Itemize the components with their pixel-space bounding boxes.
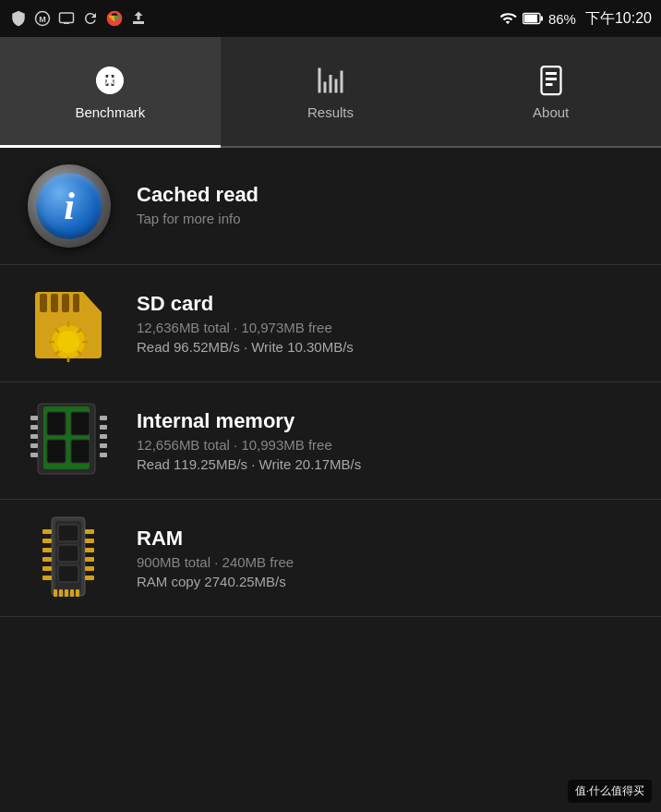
svg-rect-54 <box>76 589 79 597</box>
benchmark-icon <box>93 64 126 97</box>
tab-about-label: About <box>533 104 569 120</box>
svg-rect-66 <box>85 576 94 580</box>
svg-rect-7 <box>524 15 537 22</box>
internal-memory-text: Internal memory 12,656MB total · 10,993M… <box>137 409 643 472</box>
svg-rect-61 <box>85 529 94 534</box>
watermark: 值·什么值得买 <box>568 780 652 803</box>
svg-rect-48 <box>58 545 78 562</box>
about-icon <box>535 64 568 97</box>
svg-rect-47 <box>58 525 78 541</box>
time-display: 下午10:20 <box>585 9 652 29</box>
svg-rect-49 <box>58 565 78 582</box>
svg-rect-57 <box>42 548 52 552</box>
svg-rect-55 <box>42 529 52 534</box>
svg-rect-33 <box>47 440 66 463</box>
sd-card-icon-wrap <box>18 282 120 365</box>
ram-title: RAM <box>137 527 643 551</box>
wifi-icon <box>499 10 517 27</box>
svg-rect-59 <box>42 566 52 571</box>
svg-point-20 <box>57 331 79 353</box>
svg-rect-32 <box>71 412 90 435</box>
shield-icon <box>9 9 28 28</box>
internal-memory-icon-wrap <box>18 399 120 482</box>
svg-rect-18 <box>73 294 79 312</box>
svg-rect-64 <box>85 557 94 562</box>
svg-rect-38 <box>30 443 38 448</box>
svg-rect-50 <box>54 589 57 597</box>
internal-memory-subtitle: 12,656MB total · 10,993MB free <box>137 437 643 453</box>
svg-rect-65 <box>85 566 94 571</box>
svg-rect-36 <box>30 425 38 430</box>
svg-rect-3 <box>64 23 69 25</box>
svg-rect-56 <box>42 539 52 543</box>
svg-rect-17 <box>62 294 69 312</box>
sd-card-subtitle: 12,636MB total · 10,973MB free <box>137 320 643 335</box>
tab-bar: Benchmark Results About <box>0 37 661 148</box>
svg-rect-41 <box>100 425 107 430</box>
battery-percent: 86% <box>548 11 576 27</box>
cached-read-subtitle: Tap for more info <box>137 211 643 226</box>
battery-icon <box>523 12 543 25</box>
svg-rect-53 <box>70 589 74 597</box>
svg-rect-16 <box>51 294 58 312</box>
svg-rect-58 <box>42 557 52 562</box>
svg-rect-12 <box>546 83 553 86</box>
ram-detail: RAM copy 2740.25MB/s <box>137 574 643 589</box>
sd-card-title: SD card <box>137 292 643 316</box>
sd-card-icon <box>30 283 109 364</box>
tab-benchmark-label: Benchmark <box>75 104 145 120</box>
motorola-icon: M <box>33 9 52 28</box>
ram-text: RAM 900MB total · 240MB free RAM copy 27… <box>137 527 643 589</box>
svg-rect-51 <box>59 589 63 597</box>
ram-icon-wrap <box>18 516 120 600</box>
internal-memory-detail: Read 119.25MB/s · Write 20.17MB/s <box>137 456 643 472</box>
svg-rect-35 <box>30 416 38 420</box>
svg-rect-52 <box>65 589 68 597</box>
sd-card-item[interactable]: SD card 12,636MB total · 10,973MB free R… <box>0 265 661 382</box>
internal-memory-item[interactable]: Internal memory 12,656MB total · 10,993M… <box>0 382 661 500</box>
svg-rect-6 <box>540 16 543 20</box>
svg-rect-60 <box>42 576 52 580</box>
sd-card-detail: Read 96.52MB/s · Write 10.30MB/s <box>137 339 643 355</box>
internal-memory-title: Internal memory <box>137 409 643 433</box>
svg-rect-62 <box>85 539 94 543</box>
internal-memory-icon <box>30 399 109 482</box>
status-icons-left: M <box>9 9 148 28</box>
chrome-icon <box>105 9 124 28</box>
svg-rect-10 <box>546 72 557 75</box>
info-icon: i <box>28 164 111 248</box>
cached-read-item[interactable]: i Cached read Tap for more info <box>0 148 661 265</box>
svg-rect-37 <box>30 434 38 439</box>
ram-icon <box>33 515 105 600</box>
sd-card-text: SD card 12,636MB total · 10,973MB free R… <box>137 292 643 355</box>
svg-rect-63 <box>85 548 94 552</box>
tab-results[interactable]: Results <box>221 37 441 146</box>
svg-text:M: M <box>39 15 46 24</box>
screen-icon <box>57 9 76 28</box>
svg-rect-39 <box>30 453 38 457</box>
refresh-icon <box>81 9 100 28</box>
tab-results-label: Results <box>307 104 354 120</box>
info-inner: i <box>36 173 102 239</box>
upload-icon <box>129 9 148 28</box>
svg-rect-2 <box>60 13 74 23</box>
svg-rect-42 <box>100 434 107 439</box>
svg-rect-15 <box>40 294 47 312</box>
svg-rect-44 <box>100 453 107 457</box>
ram-subtitle: 900MB total · 240MB free <box>137 554 643 570</box>
cached-read-icon-wrap: i <box>18 164 120 248</box>
svg-rect-11 <box>546 78 557 80</box>
ram-item[interactable]: RAM 900MB total · 240MB free RAM copy 27… <box>0 500 661 617</box>
status-bar: M 86% 下午10:20 <box>0 0 661 37</box>
svg-rect-43 <box>100 443 107 448</box>
svg-rect-31 <box>47 412 66 435</box>
status-right: 86% 下午10:20 <box>499 9 652 29</box>
cached-read-title: Cached read <box>137 183 643 207</box>
cached-read-text: Cached read Tap for more info <box>137 183 643 230</box>
tab-benchmark[interactable]: Benchmark <box>0 37 221 146</box>
content-list: i Cached read Tap for more info <box>0 148 661 617</box>
results-icon <box>314 64 347 97</box>
tab-about[interactable]: About <box>440 37 661 146</box>
svg-rect-34 <box>71 440 90 463</box>
svg-rect-40 <box>100 416 107 420</box>
